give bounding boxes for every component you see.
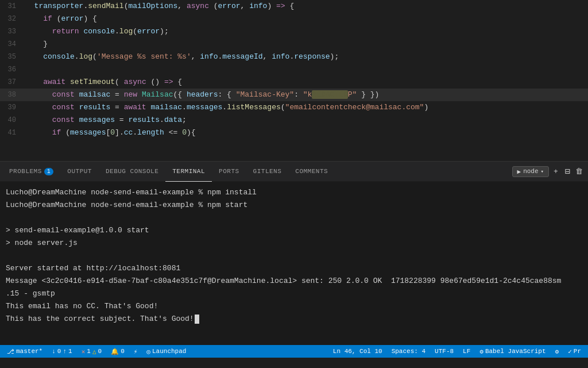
launchpad-icon: ◎ xyxy=(146,348,150,355)
line-number: 39 xyxy=(0,101,23,114)
terminal-line: Message <3c2c0416-e914-d5ae-7baf-c80a4e3… xyxy=(0,275,588,288)
line-content: return console.log(error); xyxy=(23,25,169,38)
terminal-line: > send-email-example@1.0.0 start xyxy=(0,224,588,237)
sync-down-count: 0 xyxy=(57,348,61,355)
sync-up-count: 1 xyxy=(68,348,72,355)
cursor-position[interactable]: Ln 46, Col 10 xyxy=(331,345,385,358)
tab-ports[interactable]: PORTS xyxy=(212,161,246,182)
add-terminal-button[interactable]: + xyxy=(551,167,560,176)
tab-terminal[interactable]: TERMINAL xyxy=(165,161,212,182)
code-line: 39 const results = await mailsac.message… xyxy=(0,101,588,114)
code-line: 41 if (messages[0].cc.length <= 0){ xyxy=(0,126,588,139)
code-line: 31 transporter.sendMail(mailOptions, asy… xyxy=(0,0,588,13)
code-line: 33 return console.log(error); xyxy=(0,25,588,38)
tab-label: TERMINAL xyxy=(172,168,205,175)
split-editor-icon[interactable]: ⊟ xyxy=(563,167,572,176)
line-number: 41 xyxy=(0,126,23,139)
node-label: node xyxy=(523,168,538,175)
tab-problems[interactable]: PROBLEMS1 xyxy=(2,161,60,182)
line-number: 35 xyxy=(0,51,23,63)
terminal-line: .15 - gsmtp xyxy=(0,288,588,300)
line-content: const mailsac = new Mailsac({ headers: {… xyxy=(23,89,388,101)
notification-count: 0 xyxy=(121,348,125,355)
line-content: transporter.sendMail(mailOptions, async … xyxy=(23,0,294,13)
tab-label: OUTPUT xyxy=(67,168,92,175)
terminal-line: This has the correct subject. That's Goo… xyxy=(0,313,588,325)
settings-icon-item[interactable]: ⚙ xyxy=(553,345,562,358)
indentation[interactable]: Spaces: 4 xyxy=(389,345,428,358)
line-content: if (error) { xyxy=(23,13,97,25)
tab-label: PORTS xyxy=(219,168,239,175)
tab-label: PROBLEMS xyxy=(9,168,42,175)
line-ending-item[interactable]: LF xyxy=(461,345,473,358)
line-number: 37 xyxy=(0,76,23,89)
tab-label: GITLENS xyxy=(253,168,282,175)
line-number: 32 xyxy=(0,13,23,25)
terminal-line: Lucho@DreamMachine node-send-email-examp… xyxy=(0,199,588,212)
warning-icon: △ xyxy=(92,348,96,355)
tab-label: DEBUG CONSOLE xyxy=(106,168,158,175)
language-icon: ⚙ xyxy=(479,348,483,355)
node-selector[interactable]: ▶ node ▾ xyxy=(512,166,549,177)
line-content: console.log('Message %s sent: %s', info.… xyxy=(23,51,339,63)
tab-debug-console[interactable]: DEBUG CONSOLE xyxy=(99,161,165,182)
remote-icon-item[interactable]: ⚡ xyxy=(131,345,140,358)
code-line: 37 await setTimeout( async () => { xyxy=(0,76,588,89)
tab-gitlens[interactable]: GITLENS xyxy=(246,161,289,182)
position-text: Ln 46, Col 10 xyxy=(333,348,382,355)
line-content: const results = await mailsac.messages.l… xyxy=(23,101,428,114)
code-line: 40 const messages = results.data; xyxy=(0,114,588,126)
sync-down-icon: ↓ xyxy=(52,348,56,355)
trash-icon[interactable]: 🗑 xyxy=(574,167,583,176)
launchpad-item[interactable]: ◎ Launchpad xyxy=(144,345,188,358)
notifications[interactable]: 🔔 0 xyxy=(109,345,127,358)
remote-icon: ⚡ xyxy=(134,348,138,355)
bell-icon: 🔔 xyxy=(111,348,119,355)
code-line: 36 xyxy=(0,63,588,76)
sync-up-icon: ↑ xyxy=(63,348,67,355)
warning-count: 0 xyxy=(98,348,102,355)
code-line: 32 if (error) { xyxy=(0,13,588,25)
line-content: } xyxy=(23,38,48,51)
terminal-line xyxy=(0,250,588,262)
terminal-line xyxy=(0,212,588,224)
terminal-panel[interactable]: Lucho@DreamMachine node-send-email-examp… xyxy=(0,182,588,345)
line-number: 38 xyxy=(0,89,23,101)
check-icon: ✓ xyxy=(568,348,572,355)
panel-actions: ▶ node ▾ + ⊟ 🗑 xyxy=(512,166,588,177)
code-line: 38 const mailsac = new Mailsac({ headers… xyxy=(0,89,588,101)
tab-label: COMMENTS xyxy=(295,168,328,175)
tab-badge: 1 xyxy=(44,168,54,175)
chevron-down-icon: ▾ xyxy=(541,168,544,175)
code-line: 34 } xyxy=(0,38,588,51)
line-number: 33 xyxy=(0,25,23,38)
terminal-line: Lucho@DreamMachine node-send-email-examp… xyxy=(0,186,588,199)
tab-comments[interactable]: COMMENTS xyxy=(288,161,335,182)
line-content: const messages = results.data; xyxy=(23,114,187,126)
line-ending-text: LF xyxy=(463,348,470,355)
git-branch-icon: ⎇ xyxy=(7,348,14,355)
git-branch[interactable]: ⎇ master* xyxy=(5,345,45,358)
terminal-cursor xyxy=(195,315,199,324)
line-number: 34 xyxy=(0,38,23,51)
settings-icon: ⚙ xyxy=(555,348,559,355)
launchpad-label: Launchpad xyxy=(152,348,186,355)
line-number: 40 xyxy=(0,114,23,126)
check-icon-item[interactable]: ✓ Pr xyxy=(566,345,583,358)
sync-status[interactable]: ↓ 0 ↑ 1 xyxy=(49,345,74,358)
spaces-text: Spaces: 4 xyxy=(392,348,425,355)
status-bar: ⎇ master* ↓ 0 ↑ 1 ✕ 1 △ 0 🔔 0 ⚡ ◎ Launch… xyxy=(0,345,588,358)
terminal-line: Server started at http://localhost:8081 xyxy=(0,262,588,275)
encoding-item[interactable]: UTF-8 xyxy=(432,345,456,358)
branch-name: master* xyxy=(16,348,42,355)
errors-warnings[interactable]: ✕ 1 △ 0 xyxy=(79,345,104,358)
error-count: 1 xyxy=(87,348,91,355)
tab-output[interactable]: OUTPUT xyxy=(60,161,99,182)
terminal-line: > node server.js xyxy=(0,237,588,250)
line-content: if (messages[0].cc.length <= 0){ xyxy=(23,126,196,139)
line-content: await setTimeout( async () => { xyxy=(23,76,182,89)
language-mode[interactable]: ⚙ Babel JavaScript xyxy=(477,345,548,358)
line-number: 31 xyxy=(0,0,23,13)
code-editor: 31 transporter.sendMail(mailOptions, asy… xyxy=(0,0,588,161)
panel-tab-bar: PROBLEMS1OUTPUTDEBUG CONSOLETERMINALPORT… xyxy=(0,161,588,182)
